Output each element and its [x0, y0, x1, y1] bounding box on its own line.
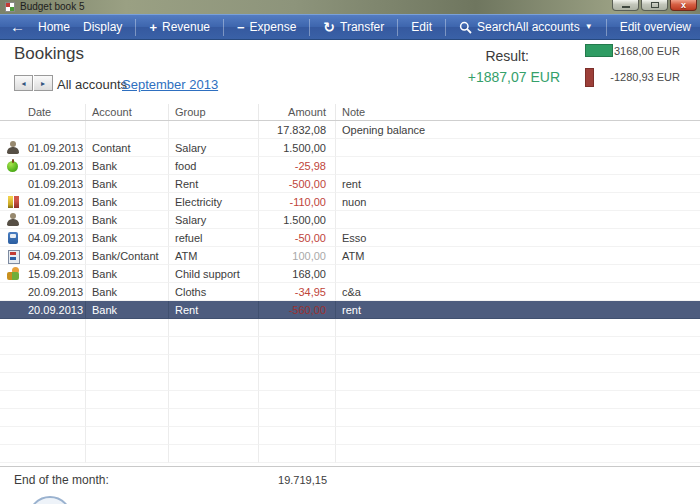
booking-account: Bank/Contant	[86, 247, 169, 265]
empty-cell	[86, 373, 169, 391]
table-row[interactable]: 17.832,08Opening balance	[0, 121, 700, 139]
minus-icon: −	[237, 21, 245, 34]
empty-cell	[259, 445, 336, 463]
booking-date: 15.09.2013	[0, 265, 86, 283]
person-icon	[6, 141, 20, 155]
column-header-account[interactable]: Account	[86, 104, 169, 120]
previous-month-button[interactable]: ◂	[14, 75, 33, 91]
chevron-right-icon: ▸	[41, 79, 45, 88]
transfer-button[interactable]: ↻Transfer	[323, 20, 384, 34]
booking-amount: 168,00	[259, 265, 336, 283]
partial-circle-button[interactable]	[28, 496, 72, 504]
toolbar-separator	[445, 19, 446, 36]
booking-note: c&a	[336, 283, 700, 301]
empty-cell	[336, 391, 700, 409]
next-month-button[interactable]: ▸	[34, 75, 53, 91]
booking-note	[336, 157, 700, 175]
empty-cell	[259, 391, 336, 409]
empty-cell	[336, 355, 700, 373]
search-icon	[459, 21, 472, 34]
empty-cell	[259, 319, 336, 337]
accounts-dropdown[interactable]: All accounts▼	[515, 20, 593, 34]
toolbar-separator	[397, 19, 398, 36]
period-link[interactable]: September 2013	[122, 77, 218, 92]
back-button[interactable]: ←	[10, 20, 25, 34]
window-title: Budget book 5	[20, 0, 85, 14]
toolbar-separator	[135, 19, 136, 36]
table-row[interactable]: 15.09.2013BankChild support168,00	[0, 265, 700, 283]
booking-amount: 1.500,00	[259, 211, 336, 229]
app-icon	[5, 2, 15, 12]
empty-cell	[0, 391, 86, 409]
toolbar-separator	[606, 19, 607, 36]
booking-amount: -110,00	[259, 193, 336, 211]
booking-date: 20.09.2013	[0, 283, 86, 301]
title-bar: Budget book 5 x	[0, 0, 700, 14]
booking-note: Esso	[336, 229, 700, 247]
empty-cell	[259, 427, 336, 445]
booking-note	[336, 211, 700, 229]
table-row[interactable]: 01.09.2013Bankfood-25,98	[0, 157, 700, 175]
table-row[interactable]: 04.09.2013Bank/ContantATM100,00ATM	[0, 247, 700, 265]
booking-account: Bank	[86, 175, 169, 193]
column-header-group[interactable]: Group	[169, 104, 259, 120]
booking-group: Child support	[169, 265, 259, 283]
display-button[interactable]: Display	[83, 20, 122, 34]
empty-cell	[86, 427, 169, 445]
table-row[interactable]: 01.09.2013ContantSalary1.500,00	[0, 139, 700, 157]
booking-account: Bank	[86, 193, 169, 211]
empty-cell	[169, 427, 259, 445]
booking-group: Rent	[169, 301, 259, 319]
table-row[interactable]: 01.09.2013BankElectricity-110,00nuon	[0, 193, 700, 211]
booking-group: ATM	[169, 247, 259, 265]
back-arrow-icon: ←	[10, 20, 25, 34]
close-button[interactable]: x	[670, 0, 697, 11]
booking-amount: -25,98	[259, 157, 336, 175]
booking-date	[0, 121, 86, 139]
app-window: Budget book 5 x ← Home Display +Revenue …	[0, 0, 700, 504]
table-row[interactable]: 04.09.2013Bankrefuel-50,00Esso	[0, 229, 700, 247]
empty-cell	[169, 373, 259, 391]
empty-row	[0, 373, 700, 391]
table-row[interactable]: 20.09.2013BankCloths-34,95c&a	[0, 283, 700, 301]
booking-account: Bank	[86, 229, 169, 247]
booking-group: refuel	[169, 229, 259, 247]
booking-amount: -560,00	[259, 301, 336, 319]
empty-cell	[86, 355, 169, 373]
table-row[interactable]: 01.09.2013BankSalary1.500,00	[0, 211, 700, 229]
edit-overview-button[interactable]: Edit overview	[620, 20, 691, 34]
result-value: +1887,07 EUR	[425, 69, 560, 85]
column-header-note[interactable]: Note	[336, 104, 700, 120]
revenue-button[interactable]: +Revenue	[149, 20, 210, 34]
booking-account	[86, 121, 169, 139]
end-of-month-value: 19.719,15	[259, 474, 327, 486]
empty-cell	[336, 319, 700, 337]
table-header: Date Account Group Amount Note	[0, 104, 700, 121]
column-header-amount[interactable]: Amount	[259, 104, 336, 120]
maximize-button[interactable]	[641, 0, 668, 11]
booking-date: 04.09.2013	[0, 229, 86, 247]
table-row[interactable]: 20.09.2013BankRent-560,00rent	[0, 301, 700, 319]
empty-cell	[336, 337, 700, 355]
column-header-date[interactable]: Date	[0, 104, 86, 120]
booking-account: Bank	[86, 283, 169, 301]
edit-button[interactable]: Edit	[411, 20, 432, 34]
home-button[interactable]: Home	[38, 20, 70, 34]
booking-date: 01.09.2013	[0, 211, 86, 229]
table-row[interactable]: 01.09.2013BankRent-500,00rent	[0, 175, 700, 193]
search-button[interactable]: Search	[459, 20, 515, 34]
booking-date: 01.09.2013	[0, 175, 86, 193]
chevron-down-icon: ▼	[585, 23, 593, 31]
booking-account: Bank	[86, 211, 169, 229]
booking-note: ATM	[336, 247, 700, 265]
toolbar-separator	[223, 19, 224, 36]
transfer-icon: ↻	[323, 20, 335, 34]
expense-button[interactable]: −Expense	[237, 20, 296, 34]
empty-row	[0, 337, 700, 355]
booking-group: Cloths	[169, 283, 259, 301]
main-toolbar: ← Home Display +Revenue −Expense ↻Transf…	[0, 14, 700, 40]
empty-cell	[169, 445, 259, 463]
booking-amount: 17.832,08	[259, 121, 336, 139]
minimize-button[interactable]	[612, 0, 639, 11]
minimize-icon	[622, 6, 630, 8]
